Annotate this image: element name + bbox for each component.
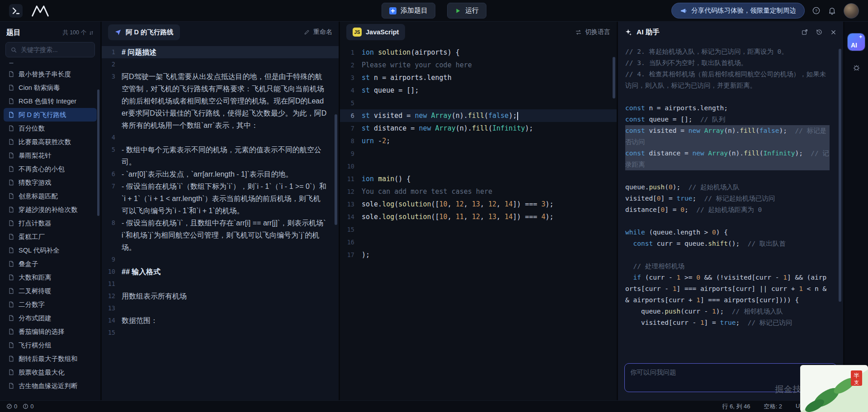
code-line[interactable]: 15 xyxy=(340,223,617,236)
sidebar-item[interactable]: 飞行棋分组 xyxy=(4,338,97,352)
sidebar-item[interactable]: 大数和距离 xyxy=(4,271,97,284)
description-line[interactable]: 5- 数组中每个元素表示不同的机场，元素的值表示不同的航空公司。 xyxy=(102,144,339,168)
description-scrollbar[interactable] xyxy=(335,114,337,225)
sidebar-item[interactable]: 翻转后最大子数组和 xyxy=(4,352,97,365)
search-input[interactable] xyxy=(21,46,90,53)
description-line[interactable]: 3阿D驾驶一架飞机需要从出发点抵达目的地，但是由于特殊的航空管制，对飞机的飞行路… xyxy=(102,70,339,131)
description-line[interactable]: 12用数组表示所有机场 xyxy=(102,290,339,302)
ai-panel: AI 助手 // 2. 将起始机场入队，标记为已访问，距离设为 0。// 3. … xyxy=(618,22,843,400)
rename-button[interactable]: 重命名 xyxy=(304,28,332,36)
description-line[interactable]: 10## 输入格式 xyxy=(102,266,339,278)
warnings-icon xyxy=(23,403,28,409)
description-line[interactable]: 8- 假设当前在机场`i`，且数组中存在`arr[i] == arr[j]`，则… xyxy=(102,217,339,253)
sidebar-item[interactable] xyxy=(4,63,97,67)
sidebar-item[interactable]: 番茄编辑的选择 xyxy=(4,325,97,338)
avatar[interactable] xyxy=(844,3,859,19)
sidebar-item[interactable]: 穿越沙漠的补给次数 xyxy=(4,203,97,216)
ai-assistant-badge[interactable]: AI xyxy=(848,33,865,51)
document-icon xyxy=(8,342,14,348)
sidebar-item[interactable]: 阿 D 的飞行路线 xyxy=(4,108,97,122)
sidebar-item[interactable]: 百分位数 xyxy=(4,122,97,135)
sidebar-item[interactable]: 叠盒子 xyxy=(4,257,97,271)
indent-setting[interactable]: 空格: 2 xyxy=(764,403,782,411)
ai-input[interactable] xyxy=(624,363,837,392)
app-logo-icon[interactable] xyxy=(9,4,23,18)
line-number: 1 xyxy=(340,46,362,59)
description-line[interactable]: 6- `arr[0]`表示出发点，`arr[arr.length - 1]`表示… xyxy=(102,168,339,180)
code-line[interactable]: 9 xyxy=(340,147,617,160)
close-icon[interactable] xyxy=(830,29,837,36)
code-line[interactable]: 8urn -2; xyxy=(340,135,617,147)
code-line[interactable]: 1ion solution(airports) { xyxy=(340,46,617,59)
description-line[interactable]: 4 xyxy=(102,131,339,144)
code-line[interactable]: 4st queue = []; xyxy=(340,84,617,97)
svg-text:?: ? xyxy=(815,8,817,13)
description-line[interactable]: 11 xyxy=(102,278,339,290)
editor-scrollbar[interactable] xyxy=(613,57,615,98)
sidebar-item[interactable]: 分布式团建 xyxy=(4,311,97,325)
sidebar-item[interactable]: 创意标题匹配 xyxy=(4,189,97,203)
cursor-position[interactable]: 行 6, 列 46 xyxy=(722,403,750,411)
description-line[interactable]: 9 xyxy=(102,253,339,266)
help-icon[interactable]: ? xyxy=(812,6,821,15)
problems-summary[interactable]: 0 0 xyxy=(6,403,33,410)
switch-icon xyxy=(575,29,582,36)
code-line[interactable]: 7st distance = new Array(n).fill(Infinit… xyxy=(340,122,617,135)
description-line[interactable]: 13 xyxy=(102,302,339,314)
switch-language-button[interactable]: 切换语言 xyxy=(575,28,610,36)
eol-setting[interactable]: LF xyxy=(826,403,833,411)
description-line[interactable]: 14数据范围： xyxy=(102,314,339,327)
sidebar-item[interactable]: RGB 色值转 Integer xyxy=(4,94,97,108)
sidebar-item[interactable]: 最小替换子串长度 xyxy=(4,67,97,81)
bug-icon[interactable] xyxy=(852,63,861,72)
code-line[interactable]: 6st visited = new Array(n).fill(false); xyxy=(340,109,617,122)
code-line[interactable]: 14sole.log(solution([10, 11, 12, 13, 14]… xyxy=(340,211,617,223)
description-line[interactable]: 2 xyxy=(102,58,339,70)
description-tab[interactable]: 阿 D 的飞行路线 xyxy=(108,24,180,40)
sidebar-item-label: 最小替换子串长度 xyxy=(19,70,71,79)
line-number: 6 xyxy=(102,168,122,180)
ai-message-line: // 2. 将起始机场入队，标记为已访问，距离设为 0。 xyxy=(625,46,830,57)
brand-logo-icon[interactable] xyxy=(31,5,50,17)
notifications-icon[interactable] xyxy=(828,6,836,15)
share-icon[interactable] xyxy=(801,28,808,36)
sidebar-item[interactable]: 打点计数器 xyxy=(4,216,97,230)
code-line[interactable]: 2Please write your code here xyxy=(340,59,617,71)
code-line[interactable]: 13sole.log(solution([10, 12, 13, 12, 14]… xyxy=(340,198,617,211)
sidebar-scrollbar[interactable] xyxy=(97,89,99,216)
code-line[interactable]: 3st n = airports.length xyxy=(340,71,617,84)
sidebar-item[interactable]: 二叉树待暖 xyxy=(4,284,97,298)
sidebar-item[interactable]: 比赛最高获胜次数 xyxy=(4,135,97,149)
code-line[interactable]: 17); xyxy=(340,248,617,261)
history-icon[interactable] xyxy=(816,28,823,36)
ai-messages: // 2. 将起始机场入队，标记为已访问，距离设为 0。// 3. 当队列不为空… xyxy=(618,42,843,358)
run-button[interactable]: 运行 xyxy=(447,3,486,19)
language-tab[interactable]: JS JavaScript xyxy=(346,24,405,40)
sidebar-item[interactable]: 古生物血缘远近判断 xyxy=(4,379,97,393)
add-question-button[interactable]: 添加题目 xyxy=(382,3,435,19)
sidebar-item[interactable]: 蛋糕工厂 xyxy=(4,230,97,243)
sort-icon[interactable] xyxy=(89,30,94,36)
sidebar-item[interactable]: 二分数字 xyxy=(4,298,97,311)
sidebar-item[interactable]: SQL 代码补全 xyxy=(4,243,97,257)
code-line[interactable]: 16 xyxy=(340,236,617,248)
description-line[interactable]: 1# 问题描述 xyxy=(102,46,339,58)
ai-scrollbar[interactable] xyxy=(839,49,841,302)
code-line[interactable]: 11ion main() { xyxy=(340,173,617,185)
description-lines[interactable]: 1# 问题描述2 3阿D驾驶一架飞机需要从出发点抵达目的地，但是由于特殊的航空管… xyxy=(102,42,339,400)
sidebar-item[interactable]: 股票收益最大化 xyxy=(4,365,97,379)
description-line[interactable]: 7- 假设当前在机场`i`（数组下标为`i`），则`i - 1`（`i - 1 … xyxy=(102,180,339,217)
promo-banner[interactable]: 分享代码练习体验，领限量定制周边 xyxy=(671,3,805,19)
code-line[interactable]: 10 xyxy=(340,160,617,173)
description-line[interactable]: 15 xyxy=(102,327,339,339)
document-icon xyxy=(8,356,14,362)
encoding-setting[interactable]: UTF-8 xyxy=(796,403,812,411)
sidebar-item[interactable]: 暴雨梨花针 xyxy=(4,149,97,162)
ai-message-line xyxy=(625,215,830,227)
sidebar-item[interactable]: 猜数字游戏 xyxy=(4,176,97,189)
code-editor[interactable]: 1ion solution(airports) {2Please write y… xyxy=(340,42,617,400)
sidebar-item[interactable]: 不再贪心的小包 xyxy=(4,162,97,176)
sidebar-item[interactable]: Cion 勒索病毒 xyxy=(4,81,97,94)
code-line[interactable]: 12You can add more test cases here xyxy=(340,185,617,198)
code-line[interactable]: 5 xyxy=(340,97,617,109)
